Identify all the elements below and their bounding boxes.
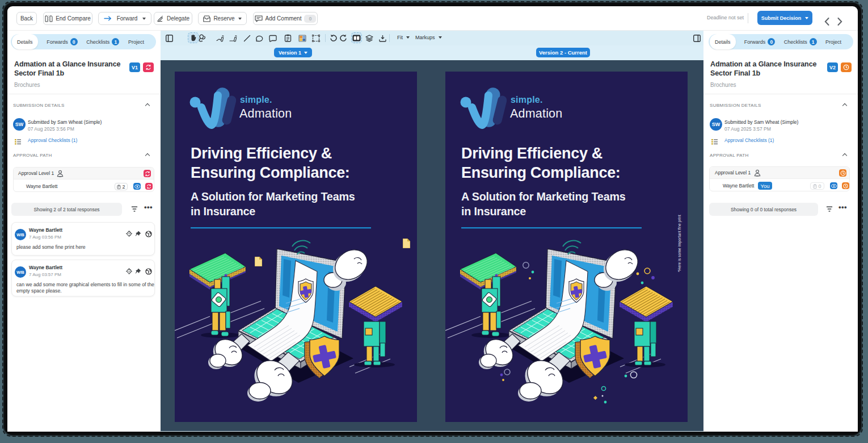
svg-text:*Here is some important fine p: *Here is some important fine print: [677, 215, 682, 272]
